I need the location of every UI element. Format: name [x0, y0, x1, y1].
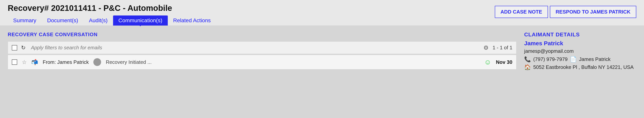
- phone-icon: 📞: [524, 56, 531, 62]
- claimant-section-title: CLAIMANT DETAILS: [524, 32, 636, 38]
- conversation-panel: RECOVERY CASE CONVERSATION ↻ ⚙ 1 - 1 of …: [8, 32, 516, 72]
- add-case-note-button[interactable]: ADD CASE NOTE: [495, 6, 548, 18]
- header-left: Recovery# 2021011411 - P&C - Automobile …: [8, 4, 216, 26]
- tab-audit[interactable]: Audit(s): [84, 16, 113, 26]
- email-preview: Recovery Initiated ...: [106, 59, 480, 65]
- claimant-name: James Patrick: [524, 40, 636, 46]
- claimant-email: jamesp@yopmail.com: [524, 48, 636, 54]
- conversation-section-title: RECOVERY CASE CONVERSATION: [8, 32, 516, 38]
- main-content: RECOVERY CASE CONVERSATION ↻ ⚙ 1 - 1 of …: [0, 26, 644, 78]
- page-title: Recovery# 2021011411 - P&C - Automobile: [8, 4, 216, 13]
- tabs-container: Summary Document(s) Audit(s) Communicati…: [8, 16, 216, 26]
- tab-related-actions[interactable]: Related Actions: [168, 16, 216, 26]
- email-open-icon: 📬: [31, 59, 38, 66]
- email-from: From: James Patrick: [43, 59, 89, 65]
- tab-documents[interactable]: Document(s): [42, 16, 84, 26]
- claimant-phone-row: 📞 (797) 979-7979 📄 James Patrick: [524, 56, 636, 62]
- claimant-address: 5052 Eastbrooke Pl , Buffalo NY 14221, U…: [533, 64, 634, 70]
- claimant-address-row: 🏠 5052 Eastbrooke Pl , Buffalo NY 14221,…: [524, 64, 636, 70]
- sentiment-icon: ☺: [484, 58, 491, 66]
- tab-communications[interactable]: Communication(s): [113, 16, 168, 26]
- email-date: Nov 30: [496, 59, 512, 65]
- id-card-icon: 📄: [570, 56, 577, 62]
- pagination-text: 1 - 1 of 1: [492, 45, 512, 51]
- search-input[interactable]: [30, 44, 480, 52]
- tab-summary[interactable]: Summary: [8, 16, 42, 26]
- email-row[interactable]: ☆ 📬 From: James Patrick Recovery Initiat…: [8, 55, 516, 70]
- star-icon[interactable]: ☆: [22, 59, 27, 66]
- refresh-icon[interactable]: ↻: [21, 44, 26, 51]
- claimant-phone: (797) 979-7979: [533, 56, 568, 62]
- email-toolbar: ↻ ⚙ 1 - 1 of 1: [8, 42, 516, 54]
- claimant-panel: CLAIMANT DETAILS James Patrick jamesp@yo…: [524, 32, 636, 72]
- claimant-id: James Patrick: [579, 56, 610, 62]
- header-actions: ADD CASE NOTE RESPOND TO JAMES PATRICK: [495, 6, 636, 18]
- respond-button[interactable]: RESPOND TO JAMES PATRICK: [550, 6, 636, 18]
- select-all-checkbox[interactable]: [12, 45, 17, 50]
- home-icon: 🏠: [524, 64, 531, 70]
- avatar: [93, 58, 101, 66]
- filter-gear-icon[interactable]: ⚙: [484, 44, 488, 51]
- email-checkbox[interactable]: [12, 60, 17, 65]
- header-bar: Recovery# 2021011411 - P&C - Automobile …: [0, 0, 644, 26]
